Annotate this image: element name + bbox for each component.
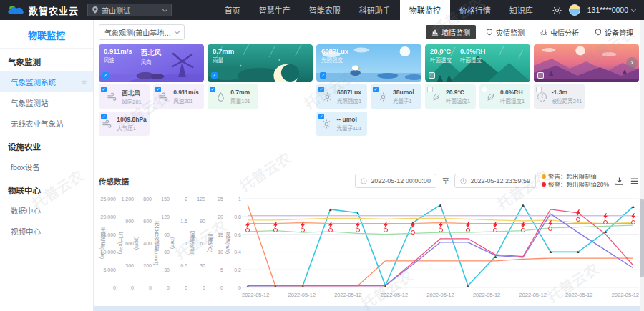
sensor-chips-row-2: ✓1009.8hPa大气压1✓-- umol光量子101 (99, 112, 639, 136)
chip-checkbox[interactable]: ✓ (373, 87, 379, 92)
nav-item-首页[interactable]: 首页 (215, 0, 250, 20)
x-axis-tick: 2022-05-12 (612, 292, 639, 298)
chip-checkbox[interactable]: ✓ (318, 114, 324, 119)
alert-circle-icon (301, 228, 305, 232)
chip-label: 光量子101 (336, 124, 361, 132)
nav-item-智能农服[interactable]: 智能农服 (300, 0, 350, 20)
y-axis-光合有效辐射(umol): 光合有效辐射(umol)1501209060300 (152, 196, 170, 290)
favorite-star-icon[interactable]: ☆ (81, 78, 87, 86)
sidebar-item-无线农业气象站[interactable]: 无线农业气象站 (0, 113, 93, 134)
chip-text: 6087Lux光照强度1 (337, 89, 361, 104)
alert-circle-icon (411, 230, 415, 235)
sidebar-item-label: 气象监测系统 (11, 76, 56, 87)
y-axis-title: 气压(kPa) (117, 232, 124, 255)
sensor-chip-光照强度1[interactable]: ✓6087Lux光照强度1 (316, 84, 367, 109)
alert-circle-icon (576, 217, 580, 222)
download-icon[interactable] (615, 177, 624, 186)
alert-circle-icon (631, 220, 635, 224)
nav-item-知识库[interactable]: 知识库 (500, 0, 542, 20)
card-metric: 0.0%RH叶面湿度 (460, 47, 485, 64)
sensor-chip-雨量101[interactable]: ✓0.7mm雨量101 (208, 84, 258, 109)
chip-checkbox[interactable] (536, 87, 542, 92)
chip-label: 雨量101 (230, 97, 250, 104)
chip-checkbox[interactable] (427, 87, 433, 92)
weather-card-4[interactable]: 20.0°C叶面温度0.0%RH叶面湿度 (425, 44, 530, 82)
y-axis-tick: 1.5 (180, 218, 187, 223)
nav-item-科研助手[interactable]: 科研助手 (350, 0, 400, 20)
list-menu-icon[interactable] (630, 177, 639, 186)
chip-text: 38umol光量子1 (393, 89, 414, 104)
carousel-next-button[interactable]: › (626, 57, 638, 69)
card-metrics: 6087Lux光照强度 (321, 47, 348, 64)
leaf-icon (431, 92, 441, 102)
toolbar-button-label: 虫情分析 (550, 27, 579, 38)
nav-item-价格行情[interactable]: 价格行情 (450, 0, 500, 20)
toolbar-button-虫情分析[interactable]: 虫情分析 (535, 25, 585, 39)
metric-value: 6087Lux (321, 47, 348, 55)
location-select[interactable]: 萧山测试 (87, 4, 172, 16)
sensor-chip-风向201[interactable]: ✓西北风风向201 (99, 84, 150, 109)
sidebar-item-fbox设备[interactable]: fbox设备 (0, 157, 93, 177)
chip-checkbox[interactable]: ✓ (101, 87, 107, 92)
sidebar-item-气象监测系统[interactable]: 气象监测系统☆ (0, 71, 93, 92)
vertical-scrollbar[interactable] (640, 20, 644, 311)
sensor-chip-大气压1[interactable]: ✓1009.8hPa大气压1 (99, 112, 150, 136)
weather-card-1[interactable]: 0.911m/s风速西北风风向✓ (99, 44, 204, 82)
settings-gear-icon[interactable] (552, 6, 562, 15)
alert-circle-icon (273, 228, 278, 232)
sensor-chip-光量子101[interactable]: ✓-- umol光量子101 (316, 112, 367, 136)
chip-value: 6087Lux (337, 89, 361, 96)
nav-item-智慧生产[interactable]: 智慧生产 (250, 0, 300, 20)
toolbar-button-设备管理[interactable]: 设备管理 (589, 25, 639, 39)
chip-label: 光量子1 (393, 97, 414, 104)
y-axis-title: 湿度(%RH) (188, 231, 195, 256)
sensor-chip-叶面湿度1[interactable]: 0.0%RH叶面湿度1 (479, 84, 530, 109)
weather-card-5[interactable] (534, 44, 639, 82)
card-checkbox[interactable] (429, 72, 435, 79)
chip-checkbox[interactable]: ✓ (318, 87, 324, 92)
toolbar-button-灾情监测[interactable]: 灾情监测 (480, 25, 530, 39)
sensor-chip-光量子1[interactable]: ✓38umol光量子1 (371, 84, 421, 109)
y-axis-(ppm): (ppm)8006004002000 (135, 196, 152, 290)
chip-value: 20.9°C (446, 89, 470, 96)
metric-label: 风速 (104, 56, 132, 64)
date-from-input[interactable]: 2022-05-12 00:00:00 (355, 174, 436, 188)
card-checkbox[interactable]: ✓ (102, 72, 109, 79)
sidebar-item-label: 气象监测站 (11, 97, 49, 108)
weather-card-2[interactable]: 0.7mm雨量✓ (208, 44, 313, 82)
station-select[interactable]: 气象观测(萧山基地研发用地块) (99, 24, 185, 40)
chip-checkbox[interactable]: ✓ (155, 87, 161, 92)
data-point-triangle-marker: ▲ (356, 211, 360, 215)
chip-checkbox[interactable]: ✓ (101, 114, 107, 119)
y-axis-tick: 300 (125, 263, 134, 268)
legend-dot (542, 182, 546, 187)
y-axis-tick: 1 (238, 196, 241, 201)
sensor-chip-液位距离241[interactable]: -1.3m液位距离241 (534, 84, 585, 109)
wind-icon (107, 92, 117, 102)
sensor-chip-风速201[interactable]: ✓0.911m/s风速201 (153, 84, 204, 109)
weather-card-3[interactable]: 6087Lux光照强度✓ (316, 44, 421, 82)
sidebar-item-气象监测站[interactable]: 气象监测站 (0, 92, 93, 113)
date-from-value: 2022-05-12 00:00:00 (371, 177, 431, 184)
x-axis-tick: 2022-05-12 (519, 292, 546, 298)
card-checkbox[interactable]: ✓ (320, 72, 326, 79)
chip-checkbox[interactable]: ✓ (210, 87, 215, 92)
chip-value: 0.0%RH (500, 89, 525, 96)
y-axis-tick: 800 (143, 196, 152, 201)
card-checkbox[interactable] (537, 72, 544, 79)
sidebar-item-视频中心[interactable]: 视频中心 (0, 221, 93, 242)
scrollbar-thumb[interactable] (640, 199, 644, 277)
sidebar-item-label: 数据中心 (11, 205, 41, 216)
sensor-chip-叶面温度1[interactable]: 20.9°C叶面温度1 (425, 84, 476, 109)
chip-text: 西北风风向201 (122, 88, 142, 105)
chip-checkbox[interactable] (482, 87, 487, 92)
metric-value: 0.7mm (213, 47, 234, 55)
user-menu[interactable]: 131****0000 (569, 4, 644, 16)
sidebar-item-数据中心[interactable]: 数据中心 (0, 200, 93, 221)
location-value: 萧山测试 (102, 5, 130, 16)
toolbar-button-墒情监测[interactable]: 墒情监测 (426, 25, 476, 39)
date-to-input[interactable]: 2022-05-12 23:59:59 (454, 174, 536, 188)
date-to-value: 2022-05-12 23:59:59 (470, 177, 530, 184)
nav-item-物联监控[interactable]: 物联监控 (400, 0, 450, 20)
card-checkbox[interactable]: ✓ (211, 72, 218, 79)
